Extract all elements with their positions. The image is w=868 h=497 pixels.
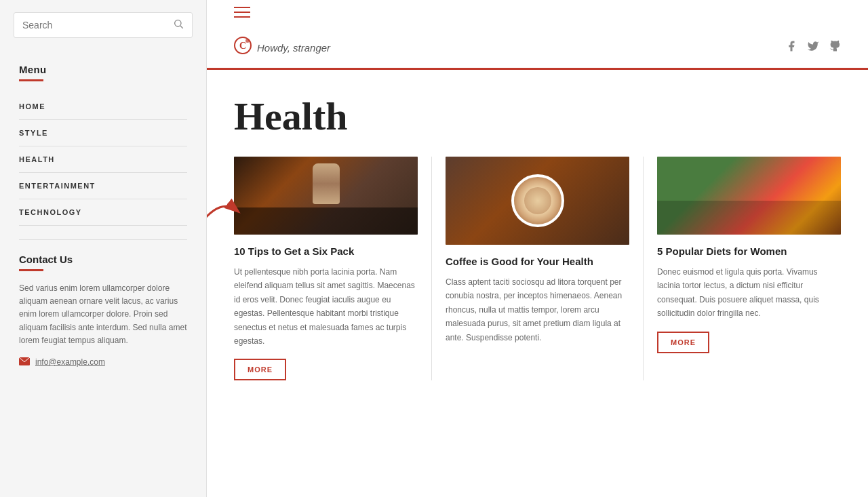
sidebar-link-home[interactable]: HOME [19,94,187,119]
contact-section: Contact Us Sed varius enim lorem ullamco… [0,254,206,367]
sidebar-item-health[interactable]: HEALTH [19,146,187,173]
article-image-3 [657,157,841,235]
contact-email[interactable]: info@example.com [19,357,187,367]
articles-grid: 10 Tips to Get a Six Pack Ut pellentesqu… [207,157,868,407]
more-button-1[interactable]: MORE [234,359,286,380]
sidebar-link-technology[interactable]: TECHNOLOGY [19,199,187,225]
svg-text:C: C [239,41,246,51]
sidebar-item-style[interactable]: STYLE [19,120,187,146]
hamburger-line-3 [234,16,250,18]
search-wrap [14,12,193,38]
page-title: Health [234,97,841,136]
hamburger-button[interactable] [207,0,277,24]
article-excerpt-3: Donec euismod et ligula quis porta. Viva… [657,265,841,321]
article-title-2: Coffee is Good for Your Health [446,254,629,269]
email-address[interactable]: info@example.com [35,357,105,367]
github-icon[interactable] [829,40,841,56]
hamburger-line-1 [234,7,250,8]
article-excerpt-2: Class aptent taciti sociosqu ad litora t… [446,275,629,344]
search-input[interactable] [22,20,173,31]
menu-title: Menu [19,64,187,75]
article-image-1 [234,157,418,235]
search-icon [173,18,184,29]
site-logo: C [234,37,252,58]
sidebar-link-style[interactable]: STYLE [19,120,187,146]
svg-point-5 [245,39,250,43]
sidebar: Menu HOME STYLE HEALTH ENTERTAINMENT TEC… [0,0,207,497]
page-title-section: Health [207,70,868,157]
article-excerpt-1: Ut pellentesque nibh porta lacinia porta… [234,265,418,348]
article-title-1: 10 Tips to Get a Six Pack [234,244,418,258]
sidebar-item-home[interactable]: HOME [19,94,187,120]
article-card-2: Coffee is Good for Your Health Class apt… [446,157,644,380]
sidebar-nav: Menu HOME STYLE HEALTH ENTERTAINMENT TEC… [0,50,206,226]
search-bar-container [0,0,206,50]
svg-line-1 [180,26,183,28]
menu-underline [19,79,43,81]
article-title-3: 5 Popular Diets for Women [657,244,841,258]
facebook-icon[interactable] [785,40,797,56]
sidebar-divider [19,239,187,240]
article-image-2 [446,157,629,245]
sidebar-link-entertainment[interactable]: ENTERTAINMENT [19,173,187,199]
sidebar-link-health[interactable]: HEALTH [19,146,187,172]
main-content: C Howdy, stranger [207,0,868,497]
arrow-annotation [207,191,248,231]
sidebar-item-technology[interactable]: TECHNOLOGY [19,199,187,226]
contact-description: Sed varius enim lorem ullamcorper dolore… [19,282,187,347]
more-button-3[interactable]: MORE [657,332,709,353]
svg-point-0 [175,20,181,26]
header-right [785,40,841,56]
twitter-icon[interactable] [807,40,819,56]
site-header: C Howdy, stranger [207,24,868,70]
contact-underline [19,269,43,271]
site-greeting: Howdy, stranger [257,42,330,54]
article-card-3: 5 Popular Diets for Women Donec euismod … [657,157,841,380]
sidebar-item-entertainment[interactable]: ENTERTAINMENT [19,173,187,199]
hamburger-line-2 [234,12,250,13]
header-left: C Howdy, stranger [234,37,330,58]
article-card-1: 10 Tips to Get a Six Pack Ut pellentesqu… [234,157,432,380]
menu-list: HOME STYLE HEALTH ENTERTAINMENT TECHNOLO… [19,94,187,226]
email-icon [19,357,30,367]
search-button[interactable] [173,18,184,32]
contact-title: Contact Us [19,254,187,265]
